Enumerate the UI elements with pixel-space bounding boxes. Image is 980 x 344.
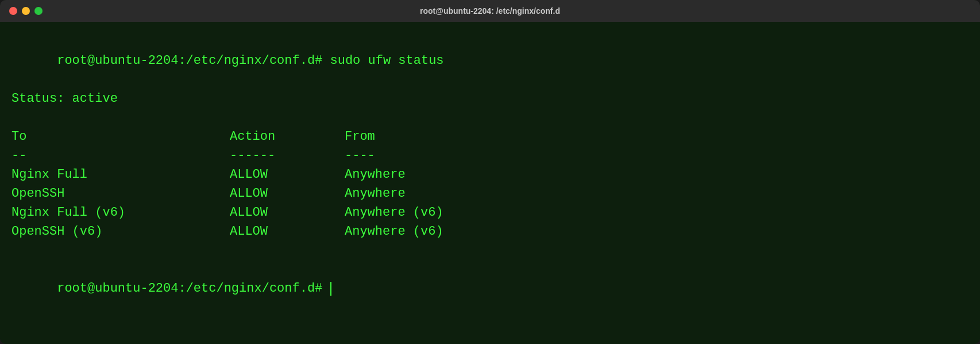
- row2-from: Anywhere: [345, 184, 574, 203]
- status-line: Status: active: [11, 89, 969, 108]
- title-bar: root@ubuntu-2204: /etc/nginx/conf.d: [0, 0, 980, 22]
- sep-action: ------: [230, 146, 345, 165]
- final-prompt-line: root@ubuntu-2204:/etc/nginx/conf.d#: [11, 260, 969, 317]
- terminal-window: root@ubuntu-2204: /etc/nginx/conf.d root…: [0, 0, 980, 344]
- header-action: Action: [230, 127, 345, 146]
- firewall-table: To Action From -- ------ ---- Nginx Full…: [11, 127, 969, 241]
- sep-from: ----: [345, 146, 574, 165]
- final-prompt: root@ubuntu-2204:/etc/nginx/conf.d#: [57, 281, 330, 296]
- terminal-content[interactable]: root@ubuntu-2204:/etc/nginx/conf.d# sudo…: [0, 22, 980, 344]
- row4-action: ALLOW: [230, 222, 345, 241]
- header-to: To: [11, 127, 230, 146]
- row1-action: ALLOW: [230, 165, 345, 184]
- cursor: [330, 282, 331, 296]
- minimize-button[interactable]: [22, 7, 30, 15]
- header-from: From: [345, 127, 574, 146]
- close-button[interactable]: [9, 7, 17, 15]
- row1-from: Anywhere: [345, 165, 574, 184]
- row1-to: Nginx Full: [11, 165, 230, 184]
- maximize-button[interactable]: [34, 7, 43, 15]
- command-text: sudo ufw status: [330, 53, 444, 68]
- row4-from: Anywhere (v6): [345, 222, 574, 241]
- prompt-1: root@ubuntu-2204:/etc/nginx/conf.d#: [57, 53, 330, 68]
- traffic-lights: [9, 7, 43, 15]
- sep-to: --: [11, 146, 230, 165]
- row2-to: OpenSSH: [11, 184, 230, 203]
- row3-from: Anywhere (v6): [345, 203, 574, 222]
- row3-action: ALLOW: [230, 203, 345, 222]
- row4-to: OpenSSH (v6): [11, 222, 230, 241]
- empty-line-2: [11, 241, 969, 260]
- window-title: root@ubuntu-2204: /etc/nginx/conf.d: [420, 6, 560, 16]
- row2-action: ALLOW: [230, 184, 345, 203]
- empty-line-1: [11, 108, 969, 127]
- command-line: root@ubuntu-2204:/etc/nginx/conf.d# sudo…: [11, 32, 969, 89]
- row3-to: Nginx Full (v6): [11, 203, 230, 222]
